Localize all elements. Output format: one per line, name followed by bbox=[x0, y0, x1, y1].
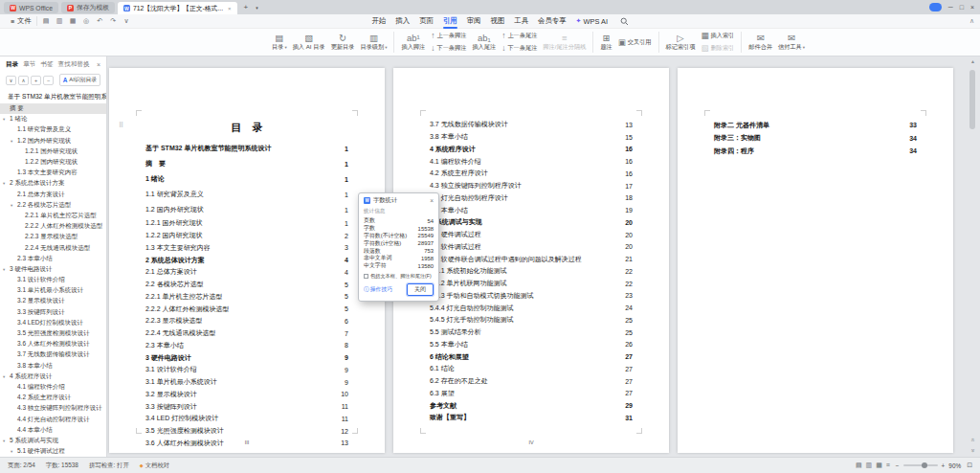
new-tab-button[interactable]: + bbox=[240, 3, 253, 11]
prev-endnote-button[interactable]: ↑ 上一条尾注 bbox=[499, 30, 540, 42]
scroll-up-icon[interactable]: ▲ bbox=[969, 58, 977, 64]
outline-item[interactable]: ▾ 3 硬件电路设计 bbox=[0, 264, 106, 275]
ribbon-tab-member[interactable]: 会员专享 bbox=[533, 15, 571, 27]
document-page-3[interactable]: 附录二 元器件清单 33 附录三：实物图 34 附录四：程序 34 bbox=[678, 68, 953, 453]
outline-item[interactable]: 4.4 灯光自动控制程序设计 bbox=[0, 414, 106, 424]
outline-item[interactable]: 3.6 人体红外检测模块设计 bbox=[0, 339, 106, 349]
outline-item[interactable]: 2.2.1 单片机主控芯片选型 bbox=[0, 211, 106, 221]
minimize-button[interactable]: ─ bbox=[948, 4, 953, 11]
outline-expand-button[interactable]: ∨ bbox=[6, 76, 16, 85]
prev-footnote-button[interactable]: ↑ 上一条脚注 bbox=[428, 30, 469, 42]
outline-item[interactable]: 3.5 光照强度检测模块设计 bbox=[0, 328, 106, 339]
file-menu-button[interactable]: ≡ 文件 bbox=[6, 16, 37, 26]
outline-item[interactable]: 2.3 本章小结 bbox=[0, 254, 106, 264]
delete-index-button[interactable]: ▧ 删除索引 bbox=[698, 42, 737, 55]
sidebar-tab-chapters[interactable]: 章节 bbox=[23, 60, 35, 69]
view-mode-read-button[interactable]: ▥ bbox=[866, 462, 873, 469]
sidebar-tab-find-replace[interactable]: 查找和替换 bbox=[58, 60, 90, 69]
sidebar-tab-toc[interactable]: 目录 bbox=[6, 60, 18, 69]
collapse-toggle-icon[interactable]: ▾ bbox=[11, 139, 12, 144]
status-item[interactable]: 页面: 2/54 bbox=[8, 462, 35, 470]
zoom-out-button[interactable]: − bbox=[896, 462, 900, 469]
ribbon-tab-tools[interactable]: 工具 bbox=[509, 15, 533, 27]
outline-item[interactable]: 2.1 总体方案设计 bbox=[0, 190, 106, 200]
zoom-slider-knob[interactable] bbox=[922, 462, 927, 468]
outline-item[interactable]: 3.1 设计软件介绍 bbox=[0, 275, 106, 285]
zoom-slider[interactable] bbox=[903, 464, 938, 466]
outline-item[interactable]: 1.2.1 国外研究现状 bbox=[0, 146, 106, 157]
checkbox-icon[interactable] bbox=[364, 274, 368, 279]
maximize-button[interactable]: □ bbox=[960, 4, 964, 11]
print-preview-button[interactable]: ◎ bbox=[80, 15, 93, 27]
undo-button[interactable]: ↶ bbox=[94, 15, 106, 27]
scrollbar-thumb[interactable] bbox=[969, 70, 975, 129]
tab-list-button[interactable]: ▾ bbox=[252, 5, 262, 11]
outline-item[interactable]: 3.7 无线数据传输模块设计 bbox=[0, 349, 106, 360]
dialog-titlebar[interactable]: W 字数统计 × bbox=[359, 193, 438, 207]
outline-item[interactable]: 1.3 本文主要研究内容 bbox=[0, 168, 106, 178]
envelope-tools-button[interactable]: ✉ 信封工具▾ bbox=[775, 30, 808, 55]
outline-item[interactable]: 2.2.4 无线通讯模块选型 bbox=[0, 242, 106, 253]
outline-collapse-button[interactable]: ∧ bbox=[18, 76, 29, 85]
view-mode-outline-button[interactable]: ≡ bbox=[886, 462, 890, 469]
print-button[interactable]: ▦ bbox=[67, 15, 79, 27]
next-footnote-button[interactable]: ↓ 下一条脚注 bbox=[428, 42, 469, 55]
outline-item[interactable]: 4.1 编程软件介绍 bbox=[0, 382, 106, 393]
document-page-1[interactable]: ⠿ 目 录 基于 STM32 单片机教室节能照明系统设计 1 摘 要 1 1 绪… bbox=[109, 68, 385, 453]
outline-zoom-out-button[interactable]: − bbox=[43, 76, 54, 85]
caption-button[interactable]: ⊞ 题注 bbox=[597, 30, 614, 55]
redo-button[interactable]: ↷ bbox=[107, 15, 120, 27]
outline-item[interactable]: 1.2.2 国内研究现状 bbox=[0, 157, 106, 168]
outline-item[interactable]: ▾ 1.2 国内外研究现状 bbox=[0, 136, 106, 146]
close-window-button[interactable]: × bbox=[970, 4, 974, 11]
outline-item[interactable]: ▾ 1 绪论 bbox=[0, 114, 106, 124]
vertical-scrollbar[interactable]: ▲ bbox=[969, 58, 977, 432]
ribbon-tab-insert[interactable]: 插入 bbox=[390, 15, 414, 27]
outline-item[interactable]: ▾ 4 系统程序设计 bbox=[0, 372, 106, 382]
include-footnotes-checkbox[interactable]: 包括文本框、脚注和尾注(F) bbox=[364, 273, 434, 280]
outline-item[interactable]: 2.2.2 人体红外检测模块选型 bbox=[0, 221, 106, 232]
toc-level-button[interactable]: ▥ 目录级别▾ bbox=[357, 30, 390, 55]
outline-item[interactable]: 摘 要 bbox=[0, 103, 106, 114]
outline-item[interactable]: 3.2 显示模块设计 bbox=[0, 296, 106, 306]
search-button[interactable] bbox=[620, 17, 629, 26]
insert-ai-toc-button[interactable]: ▧ 插入 AI 目录 bbox=[290, 30, 328, 55]
view-mode-web-button[interactable]: ▦ bbox=[876, 462, 882, 469]
collapse-ribbon-icon[interactable]: ∧ bbox=[969, 17, 974, 25]
ribbon-tab-review[interactable]: 审阅 bbox=[462, 15, 486, 27]
status-item[interactable]: 字数: 15538 bbox=[46, 462, 78, 470]
save-button[interactable]: ▤ bbox=[40, 15, 53, 27]
ribbon-tab-wps-ai[interactable]: ✦ WPS AI bbox=[571, 16, 612, 27]
zoom-in-button[interactable]: + bbox=[942, 462, 946, 469]
user-avatar[interactable] bbox=[929, 3, 942, 11]
collapse-toggle-icon[interactable]: ▾ bbox=[3, 117, 5, 122]
footnote-separator-button[interactable]: ≡ 脚注/尾注分隔线 bbox=[540, 30, 589, 55]
ai-recognize-toc-button[interactable]: A AI识别目录 bbox=[59, 74, 100, 86]
cross-reference-button[interactable]: ▣ 交叉引用 bbox=[615, 30, 655, 55]
outline-item[interactable]: 3.3 按键阵列设计 bbox=[0, 307, 106, 318]
mark-index-button[interactable]: ▷ 标记索引项 bbox=[663, 30, 699, 55]
tab-doc-template[interactable]: P 保存为模板 bbox=[61, 2, 115, 13]
close-dialog-button[interactable]: 关闭 bbox=[407, 283, 434, 296]
outline-item[interactable]: ▾ 5 系统调试与实现 bbox=[0, 436, 106, 446]
ribbon-tab-home[interactable]: 开始 bbox=[368, 15, 391, 27]
tips-link[interactable]: ⓘ 操作技巧 bbox=[364, 285, 392, 294]
ribbon-tab-page[interactable]: 页面 bbox=[414, 15, 438, 27]
collapse-toggle-icon[interactable]: ▾ bbox=[3, 439, 5, 443]
outline-item[interactable]: 4.4 本章小结 bbox=[0, 425, 106, 436]
document-area[interactable]: ⠿ 目 录 基于 STM32 单片机教室节能照明系统设计 1 摘 要 1 1 绪… bbox=[107, 56, 980, 457]
close-sidebar-icon[interactable]: × bbox=[97, 61, 100, 68]
toc-button[interactable]: ▤ 目录▾ bbox=[269, 30, 290, 55]
fullscreen-button[interactable]: ⊡ bbox=[967, 462, 972, 469]
collapse-toggle-icon[interactable]: ▾ bbox=[11, 449, 12, 454]
drag-handle-icon[interactable]: ⠿ bbox=[119, 122, 123, 129]
collapse-toggle-icon[interactable]: ▾ bbox=[3, 181, 5, 186]
next-endnote-button[interactable]: ↓ 下一条尾注 bbox=[499, 42, 540, 55]
export-pdf-button[interactable]: ▥ bbox=[54, 15, 66, 27]
collapse-toggle-icon[interactable]: ▾ bbox=[11, 203, 12, 208]
outline-item[interactable]: ▾ 5.1 硬件调试过程 bbox=[0, 446, 106, 457]
outline-item[interactable]: 1.1 研究背景及意义 bbox=[0, 124, 106, 135]
outline-item[interactable]: 3.8 本章小结 bbox=[0, 361, 106, 372]
outline-item[interactable]: ▾ 2 系统总体设计方案 bbox=[0, 178, 106, 189]
status-item[interactable]: 拼写检查: 打开 bbox=[89, 462, 129, 470]
